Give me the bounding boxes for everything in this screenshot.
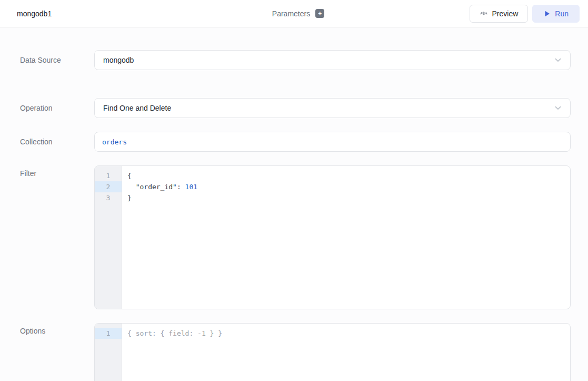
- chevron-down-icon: [553, 103, 563, 113]
- code-line[interactable]: "order_id": 101: [127, 181, 570, 192]
- line-number: 1: [95, 170, 122, 181]
- parameters-label: Parameters: [272, 9, 310, 18]
- data-source-value: mongodb: [103, 56, 553, 64]
- operation-select[interactable]: Find One and Delete: [94, 98, 571, 118]
- line-number: 3: [95, 192, 122, 203]
- code-line[interactable]: }: [127, 192, 570, 203]
- options-label: Options: [20, 323, 94, 335]
- data-source-label: Data Source: [20, 50, 94, 64]
- preview-button[interactable]: Preview: [470, 5, 529, 23]
- operation-row: Operation Find One and Delete: [20, 98, 571, 118]
- chevron-down-icon: [553, 55, 563, 65]
- run-button-label: Run: [555, 9, 569, 18]
- collection-label: Collection: [20, 132, 94, 146]
- collection-value: orders: [102, 138, 127, 146]
- plus-icon: +: [318, 11, 322, 17]
- collection-input[interactable]: orders: [94, 132, 571, 152]
- operation-value: Find One and Delete: [103, 104, 553, 112]
- eye-icon: [480, 9, 488, 18]
- code-content[interactable]: { "order_id": 101}: [122, 166, 570, 309]
- top-bar: mongodb1 Parameters + Preview: [0, 0, 588, 27]
- code-token: :: [177, 183, 185, 191]
- code-token: 101: [185, 183, 197, 191]
- options-code-editor[interactable]: 1 { sort: { field: -1 } }: [94, 323, 571, 381]
- code-token: "order_id": [127, 183, 177, 191]
- add-parameter-button[interactable]: +: [315, 9, 324, 18]
- filter-code-editor[interactable]: 123 { "order_id": 101}: [94, 165, 571, 309]
- line-number: 2: [95, 181, 122, 192]
- collection-row: Collection orders: [20, 132, 571, 152]
- line-number: 1: [95, 328, 122, 339]
- run-button[interactable]: Run: [532, 5, 580, 23]
- data-source-row: Data Source mongodb: [20, 50, 571, 70]
- line-number-gutter: 123: [95, 166, 122, 309]
- code-token: {: [127, 172, 132, 180]
- line-number-gutter: 1: [95, 324, 122, 381]
- code-token: }: [127, 194, 132, 202]
- options-row: Options 1 { sort: { field: -1 } }: [20, 323, 571, 381]
- query-editor-form: Data Source mongodb Operation Find One a…: [0, 27, 588, 381]
- filter-label: Filter: [20, 165, 94, 178]
- operation-label: Operation: [20, 98, 94, 112]
- code-content[interactable]: { sort: { field: -1 } }: [122, 324, 570, 381]
- filter-row: Filter 123 { "order_id": 101}: [20, 165, 571, 309]
- query-title: mongodb1: [17, 9, 52, 18]
- code-line[interactable]: [127, 328, 570, 339]
- code-line[interactable]: {: [127, 170, 570, 181]
- data-source-select[interactable]: mongodb: [94, 50, 571, 70]
- play-icon: [543, 10, 551, 17]
- preview-button-label: Preview: [492, 9, 519, 18]
